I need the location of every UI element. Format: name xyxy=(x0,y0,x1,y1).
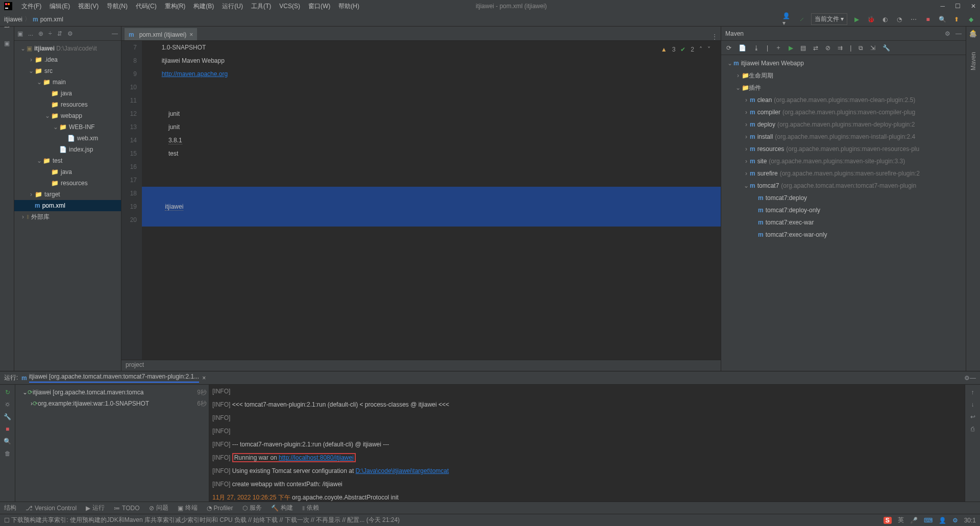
generate-icon[interactable]: 📄 xyxy=(739,44,746,52)
maven-goal-tomcat7-exec-war-only[interactable]: mtomcat7:exec-war-only xyxy=(721,229,966,241)
menu-edit[interactable]: 编辑(E) xyxy=(45,2,74,11)
reload-icon[interactable]: ⟳ xyxy=(726,44,731,52)
status-mic-icon[interactable]: 🎤 xyxy=(910,517,918,524)
editor-tab-pom[interactable]: m pom.xml (itjiawei) × xyxy=(125,28,197,40)
side-maven[interactable]: Maven xyxy=(970,49,977,73)
maven-plugin-deploy[interactable]: ›mdeploy(org.apache.maven.plugins:maven-… xyxy=(721,118,966,131)
bb-vcs[interactable]: ⎇ Version Control xyxy=(26,505,77,512)
target-icon[interactable]: ⊕ xyxy=(38,30,43,37)
wrench-icon[interactable]: 🔧 xyxy=(4,413,11,420)
bb-todo[interactable]: ≔ TODO xyxy=(114,505,139,512)
bb-run[interactable]: ▶ 运行 xyxy=(86,504,105,512)
gear-icon[interactable]: ⚙ xyxy=(945,30,950,37)
down-icon[interactable]: ˅ xyxy=(707,43,710,56)
build-icon[interactable]: ⟋ xyxy=(797,16,807,23)
run-tree[interactable]: ⌄ ⟳ itjiawei [org.apache.tomcat.maven:to… xyxy=(15,385,209,502)
menu-navigate[interactable]: 导航(N) xyxy=(103,2,132,11)
rerun-icon[interactable]: ↻ xyxy=(5,389,10,396)
trash-icon[interactable]: 🗑 xyxy=(5,450,11,457)
profile-icon[interactable]: ◔ xyxy=(894,16,904,23)
ime-lang[interactable]: 英 xyxy=(898,516,904,524)
close-icon[interactable]: ✕ xyxy=(971,3,976,10)
maven-plugin-site[interactable]: ›msite(org.apache.maven.plugins:maven-si… xyxy=(721,155,966,167)
up-icon[interactable]: ˄ xyxy=(699,43,702,56)
side-project[interactable]: 项目 xyxy=(3,30,11,36)
divide-icon[interactable]: ÷ xyxy=(48,30,52,37)
scroll-top-icon[interactable]: ↑ xyxy=(971,389,974,396)
stop-icon[interactable]: ■ xyxy=(6,425,9,433)
sync-icon[interactable]: ⬆ xyxy=(951,16,962,23)
maven-goal-tomcat7-exec-war[interactable]: mtomcat7:exec-war xyxy=(721,216,966,229)
menu-help[interactable]: 帮助(H) xyxy=(334,2,363,11)
filter-icon[interactable]: ⛭ xyxy=(5,401,11,408)
menu-code[interactable]: 代码(C) xyxy=(132,2,161,11)
code-area[interactable]: ▲3 ✔2 ˄˅ 1.0-SNAPSHOT itjiawei Maven Web… xyxy=(142,41,721,360)
side-db[interactable]: 数据库 xyxy=(969,40,977,46)
collapse-icon[interactable]: ⇵ xyxy=(57,30,62,37)
gear-icon[interactable]: ⚙ xyxy=(964,374,970,382)
tree-root[interactable]: ⌄▣ itjiawei D:\Java\code\it xyxy=(14,43,121,54)
ime-indicator[interactable]: S xyxy=(884,517,892,524)
status-gear-icon[interactable]: ⚙ xyxy=(952,517,958,524)
breadcrumb-file[interactable]: pom.xml xyxy=(40,16,63,23)
folder-icon[interactable]: ▣ xyxy=(4,40,10,47)
execute-icon[interactable]: ▤ xyxy=(800,44,806,52)
editor-content[interactable]: 7891011121314151617181920 ▲3 ✔2 ˄˅ 1.0-S… xyxy=(121,41,721,360)
maven-tree[interactable]: ⌄mitjiawei Maven Webapp ›📁生命周期 ⌄📁插件 ›mcl… xyxy=(721,55,966,371)
tree-node-src[interactable]: ⌄📁src xyxy=(14,65,121,77)
codewithme-icon[interactable]: ◆ xyxy=(966,16,976,23)
tab-menu-icon[interactable]: ⋮ xyxy=(712,33,718,40)
menu-tools[interactable]: 工具(T) xyxy=(247,2,275,11)
print-icon[interactable]: ⎙ xyxy=(971,425,974,433)
tree-node-java[interactable]: 📁java xyxy=(14,166,121,178)
menu-run[interactable]: 运行(U) xyxy=(218,2,247,11)
show-deps-icon[interactable]: ⇉ xyxy=(838,44,843,52)
maven-lifecycle[interactable]: ›📁生命周期 xyxy=(721,69,966,82)
hide-icon[interactable]: — xyxy=(970,374,976,382)
settings-icon[interactable]: 🔧 xyxy=(883,44,890,52)
skip-tests-icon[interactable]: ⊘ xyxy=(825,44,830,52)
user-icon[interactable]: 👤▾ xyxy=(782,12,793,27)
find-icon[interactable]: 🔍 xyxy=(4,438,11,445)
bell-icon[interactable]: 🔔 xyxy=(969,30,977,37)
maven-goal-tomcat7-deploy-only[interactable]: mtomcat7:deploy-only xyxy=(721,204,966,216)
hide-icon[interactable]: — xyxy=(955,30,962,37)
tree-node-webapp[interactable]: ⌄📁webapp xyxy=(14,110,121,121)
maven-plugin-compiler[interactable]: ›mcompiler(org.apache.maven.plugins:mave… xyxy=(721,106,966,118)
maven-plugins[interactable]: ⌄📁插件 xyxy=(721,82,966,94)
maven-root[interactable]: ⌄mitjiawei Maven Webapp xyxy=(721,57,966,69)
tree-node--[interactable]: ›⫴外部库 xyxy=(14,211,121,222)
side-structure[interactable]: 结构 xyxy=(4,500,16,515)
search-icon[interactable]: 🔍 xyxy=(937,16,947,23)
collapse-all-icon[interactable]: ⧉ xyxy=(859,44,863,52)
hide-icon[interactable]: — xyxy=(112,30,118,37)
breadcrumb-project[interactable]: itjiawei xyxy=(4,16,22,23)
status-person-icon[interactable]: 👤 xyxy=(939,517,946,524)
scroll-bottom-icon[interactable]: ↓ xyxy=(971,401,974,408)
soft-wrap-icon[interactable]: ↩ xyxy=(970,413,975,420)
bb-terminal[interactable]: ▣ 终端 xyxy=(178,504,198,512)
tree-node-java[interactable]: 📁java xyxy=(14,88,121,99)
tree-node-index-jsp[interactable]: 📄index.jsp xyxy=(14,144,121,155)
minimize-icon[interactable]: ─ xyxy=(940,3,945,10)
toggle-offline-icon[interactable]: ⇄ xyxy=(813,44,818,52)
editor-inspections[interactable]: ▲3 ✔2 ˄˅ xyxy=(661,43,710,56)
run-tree-row[interactable]: › ⟳ org.example:itjiawei:war:1.0-SNAPSHO… xyxy=(17,398,207,409)
more-icon[interactable]: ⋯ xyxy=(909,16,919,23)
console-output[interactable]: [INFO] [INFO] <<< tomcat7-maven-plugin:2… xyxy=(209,385,965,502)
project-tree[interactable]: ⌄▣ itjiawei D:\Java\code\it ›📁.idea⌄📁src… xyxy=(14,41,121,371)
tree-node-web-xm[interactable]: 📄web.xm xyxy=(14,133,121,144)
editor-breadcrumb-bottom[interactable]: project xyxy=(121,360,721,371)
status-hints-icon[interactable]: ☐ xyxy=(4,517,10,524)
tree-node-main[interactable]: ⌄📁main xyxy=(14,77,121,88)
tree-node-resources[interactable]: 📁resources xyxy=(14,99,121,110)
tree-node-target[interactable]: ›📁target xyxy=(14,189,121,200)
menu-window[interactable]: 窗口(W) xyxy=(304,2,334,11)
expand-all-icon[interactable]: ⇲ xyxy=(870,44,875,52)
menu-refactor[interactable]: 重构(R) xyxy=(161,2,190,11)
gear-icon[interactable]: ⚙ xyxy=(67,30,73,37)
run-goal-icon[interactable]: ▶ xyxy=(789,44,793,52)
run-tab[interactable]: itjiawei [org.apache.tomcat.maven:tomcat… xyxy=(29,373,200,383)
run-tree-row[interactable]: ⌄ ⟳ itjiawei [org.apache.tomcat.maven:to… xyxy=(17,387,207,398)
select-opened-icon[interactable]: ▣ xyxy=(17,30,23,37)
